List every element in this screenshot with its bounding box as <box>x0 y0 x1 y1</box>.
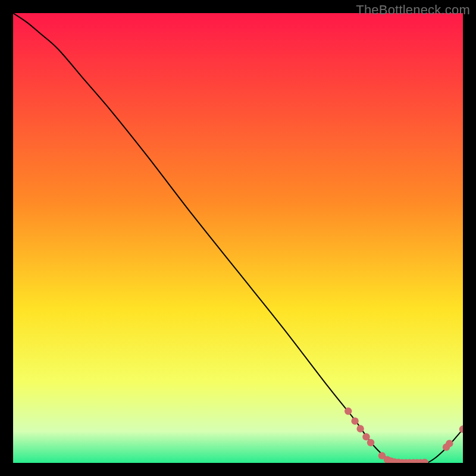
gradient-background <box>13 13 463 463</box>
data-marker <box>345 408 352 415</box>
data-marker <box>356 425 364 432</box>
data-marker <box>362 433 369 440</box>
data-marker <box>351 417 358 424</box>
bottleneck-chart-svg <box>13 13 463 463</box>
data-marker <box>367 439 374 446</box>
data-marker <box>446 440 453 447</box>
plot-area <box>13 13 463 463</box>
chart-stage: TheBottleneck.com <box>0 0 476 476</box>
watermark-label: TheBottleneck.com <box>356 2 470 18</box>
